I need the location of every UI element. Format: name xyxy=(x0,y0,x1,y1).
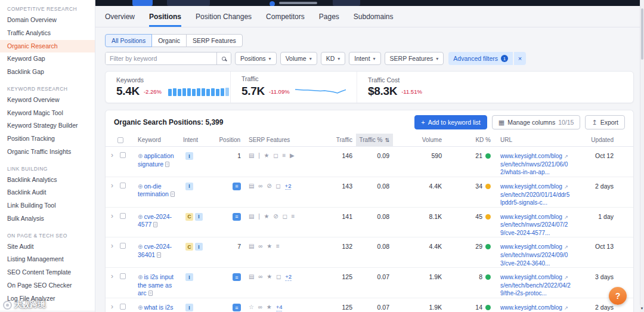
sidebar-item-log-file-analyzer[interactable]: Log File Analyzer xyxy=(0,292,95,305)
export-button[interactable]: ↥ Export xyxy=(585,115,625,129)
document-icon[interactable] xyxy=(148,291,153,296)
sidebar-item-link-building-tool[interactable]: Link Building Tool xyxy=(0,199,95,212)
url-link[interactable]: www.keysight.com/blog xyxy=(500,183,562,190)
filter-serp-features-dropdown[interactable]: SERP Features▾ xyxy=(385,52,444,65)
add-to-keyword-list-button[interactable]: + Add to keyword list xyxy=(414,115,487,129)
document-icon[interactable] xyxy=(171,191,175,197)
col-header-position[interactable]: Position xyxy=(227,134,244,146)
sidebar-item-bulk-analysis[interactable]: Bulk Analysis xyxy=(0,212,95,225)
row-checkbox[interactable] xyxy=(120,243,126,249)
external-link-icon[interactable]: ↗ xyxy=(564,305,568,311)
col-header-serp-features[interactable]: SERP Features xyxy=(244,134,329,146)
sidebar-item-on-page-seo-checker[interactable]: On Page SEO Checker xyxy=(0,279,95,292)
select-all-checkbox[interactable] xyxy=(117,137,123,143)
scrollbar-down-arrow[interactable]: ▾ xyxy=(640,305,644,312)
serp-more-link[interactable]: +2 xyxy=(285,183,292,190)
add-keyword-icon[interactable]: ⊕ xyxy=(138,274,143,280)
row-checkbox[interactable] xyxy=(120,183,126,189)
tab-subdomains[interactable]: Subdomains xyxy=(354,6,394,27)
sidebar-item-keyword-overview[interactable]: Keyword Overview xyxy=(0,94,95,107)
tab-position-changes[interactable]: Position Changes xyxy=(196,6,252,27)
sidebar-item-keyword-gap[interactable]: Keyword Gap xyxy=(0,52,95,66)
sidebar-item-organic-research[interactable]: Organic Research xyxy=(0,40,95,53)
add-keyword-icon[interactable]: ⊕ xyxy=(138,304,143,311)
advanced-filters-button[interactable]: Advanced filters 1 xyxy=(448,52,513,65)
url-path[interactable]: s/en/tech/nwvs/2024/09/03/cve-2024-3640.… xyxy=(500,251,571,267)
add-keyword-icon[interactable]: ⊕ xyxy=(138,153,143,159)
row-checkbox[interactable] xyxy=(120,273,126,279)
sidebar-item-backlink-gap[interactable]: Backlink Gap xyxy=(0,66,95,79)
add-keyword-icon[interactable]: ⊕ xyxy=(138,243,143,250)
filter-intent-dropdown[interactable]: Intent▾ xyxy=(349,52,380,65)
url-link[interactable]: www.keysight.com/blog xyxy=(500,304,562,311)
url-path[interactable]: s/en/tech/bench/2022/04/29/the-i2s-proto… xyxy=(500,282,571,298)
document-icon[interactable] xyxy=(157,252,161,258)
add-keyword-icon[interactable]: ⊕ xyxy=(138,214,143,220)
add-keyword-icon[interactable]: ⊕ xyxy=(138,183,143,190)
url-path[interactable]: s/en/tech/nwvs/2024/07/29/cve-2024-4577.… xyxy=(500,221,571,237)
filter-positions-dropdown[interactable]: Positions▾ xyxy=(235,52,277,65)
sidebar-item-organic-traffic-insights[interactable]: Organic Traffic Insights xyxy=(0,146,95,159)
sidebar-item-domain-overview[interactable]: Domain Overview xyxy=(0,14,95,27)
document-icon[interactable] xyxy=(153,222,157,227)
col-header-updated[interactable]: Updated xyxy=(577,134,628,146)
serp-more-link[interactable]: +4 xyxy=(276,304,283,311)
url-link[interactable]: www.keysight.com/blog xyxy=(500,274,562,280)
tab-pages[interactable]: Pages xyxy=(319,6,339,27)
subtab-all-positions[interactable]: All Positions xyxy=(105,34,152,47)
row-expander[interactable]: › xyxy=(109,298,117,312)
col-header-kd[interactable]: KD % xyxy=(445,134,496,146)
url-path[interactable]: s/en/tech/nwvs/2021/06/02/whats-in-an-ap… xyxy=(500,160,571,177)
search-button[interactable] xyxy=(216,52,231,64)
sidebar-item-backlink-analytics[interactable]: Backlink Analytics xyxy=(0,174,95,187)
keyword-link[interactable]: is i2s input the same as arc xyxy=(138,273,174,296)
external-link-icon[interactable]: ↗ xyxy=(564,245,568,250)
tab-overview[interactable]: Overview xyxy=(105,6,135,27)
scrollbar-thumb[interactable] xyxy=(641,8,643,60)
row-checkbox[interactable] xyxy=(120,152,126,158)
sidebar-item-site-audit[interactable]: Site Audit xyxy=(0,240,95,254)
col-header-volume[interactable]: Volume xyxy=(393,134,445,146)
row-expander[interactable]: › xyxy=(109,268,117,298)
serp-more-link[interactable]: +2 xyxy=(285,273,292,280)
subtab-organic[interactable]: Organic xyxy=(151,34,187,47)
sidebar-item-keyword-strategy-builder[interactable]: Keyword Strategy Builder xyxy=(0,119,95,132)
external-link-icon[interactable]: ↗ xyxy=(564,215,568,220)
row-expander[interactable]: › xyxy=(109,237,117,267)
row-expander[interactable]: › xyxy=(109,208,117,237)
document-icon[interactable] xyxy=(165,162,169,167)
subtab-serp-features[interactable]: SERP Features xyxy=(186,34,243,47)
sidebar-item-backlink-audit[interactable]: Backlink Audit xyxy=(0,186,95,199)
help-button[interactable]: ? xyxy=(609,287,627,305)
url-link[interactable]: www.keysight.com/blog xyxy=(500,243,562,250)
sidebar-item-traffic-analytics[interactable]: Traffic Analytics xyxy=(0,27,95,40)
sidebar-item-keyword-magic-tool[interactable]: Keyword Magic Tool xyxy=(0,107,95,120)
external-link-icon[interactable]: ↗ xyxy=(564,275,568,280)
external-link-icon[interactable]: ↗ xyxy=(564,154,568,159)
tab-positions[interactable]: Positions xyxy=(149,6,181,27)
row-expander[interactable]: › xyxy=(109,147,117,177)
row-expander[interactable]: › xyxy=(109,177,117,207)
col-header-url[interactable]: URL xyxy=(496,134,577,146)
col-header-traffic-pct[interactable]: Traffic %⇅ xyxy=(356,134,393,146)
filter-kd-dropdown[interactable]: KD▾ xyxy=(321,52,346,65)
col-header-traffic[interactable]: Traffic xyxy=(329,134,356,146)
vertical-scrollbar[interactable] xyxy=(640,0,644,312)
url-link[interactable]: www.keysight.com/blog xyxy=(500,153,562,159)
keyword-link[interactable]: cve-2024-36401 xyxy=(138,243,172,258)
clear-filters-button[interactable]: × xyxy=(514,52,526,65)
sidebar-item-seo-content-template[interactable]: SEO Content Template xyxy=(0,266,95,279)
sidebar-item-position-tracking[interactable]: Position Tracking xyxy=(0,132,95,146)
tab-competitors[interactable]: Competitors xyxy=(266,6,305,27)
keyword-filter-input[interactable] xyxy=(106,52,216,64)
keyword-link[interactable]: what is i2s hdmi input xyxy=(138,304,173,312)
sidebar-item-listing-management[interactable]: Listing Management xyxy=(0,253,95,266)
url-link[interactable]: www.keysight.com/blog xyxy=(500,214,562,220)
col-header-keyword[interactable]: Keyword xyxy=(132,134,183,146)
manage-columns-button[interactable]: ▦ Manage columns 10/15 xyxy=(492,115,581,129)
row-checkbox[interactable] xyxy=(120,304,126,310)
url-path[interactable]: s/en/tech/2020/01/14/ddr5lpddr5-signals-… xyxy=(500,191,571,207)
external-link-icon[interactable]: ↗ xyxy=(564,184,568,190)
filter-volume-dropdown[interactable]: Volume▾ xyxy=(280,52,317,65)
row-checkbox[interactable] xyxy=(120,213,126,219)
